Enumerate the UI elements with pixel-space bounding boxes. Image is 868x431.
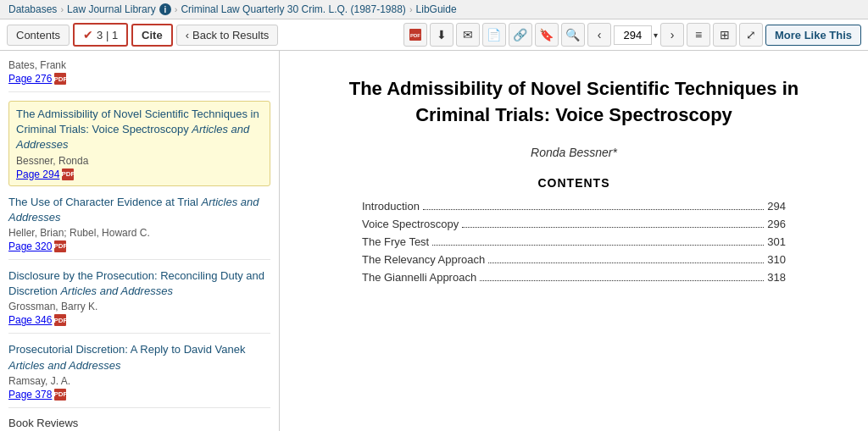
pdf-icon-bessner[interactable]: PDF: [62, 169, 74, 180]
pdf-icon-heller[interactable]: PDF: [54, 240, 66, 252]
toc-link-grossman[interactable]: Disclosure by the Prosecution: Reconcili…: [8, 269, 264, 297]
doc-toc-dots: [462, 227, 764, 228]
doc-toc-row: Voice Spectroscopy 296: [362, 218, 786, 230]
search-btn[interactable]: 🔍: [561, 23, 585, 47]
doc-toc-label: The Frye Test: [362, 235, 429, 248]
toc-item-bessner: The Admissibility of Novel Scientific Te…: [8, 101, 270, 186]
toc-item-book-reviews: Book Reviews Page 384 PDF: [8, 417, 270, 431]
bookmark-btn[interactable]: 🔖: [535, 23, 559, 47]
law-journal-info-icon[interactable]: i: [159, 3, 171, 15]
breadcrumb-sep-2: ›: [175, 4, 178, 14]
doc-toc-row: The Giannelli Approach 318: [362, 271, 786, 284]
prev-page-icon: ‹: [598, 28, 602, 41]
toc-subtitle-grossman: Articles and Addresses: [60, 285, 172, 297]
prev-page-btn[interactable]: ‹: [587, 23, 611, 47]
toc-page-link-heller[interactable]: Page 320: [8, 240, 52, 252]
breadcrumb-sep-1: ›: [60, 4, 64, 14]
toc-author-ramsay: Ramsay, J. A.: [8, 375, 270, 387]
link-btn[interactable]: 🔗: [509, 23, 532, 47]
cite-button[interactable]: Cite: [131, 24, 173, 47]
back-to-results-button[interactable]: ‹ Back to Results: [176, 25, 279, 46]
page-dropdown-icon[interactable]: ▾: [654, 30, 658, 40]
toc-item-heller: The Use of Character Evidence at Trial A…: [8, 195, 270, 260]
checklist-badge: 3 | 1: [97, 29, 118, 41]
menu-lines-btn[interactable]: ≡: [687, 23, 710, 47]
doc-toc-page: 310: [767, 253, 786, 266]
left-toc-panel: Bates, Frank Page 276 PDF The Admissibil…: [0, 51, 280, 431]
doc-toc-label: The Giannelli Approach: [362, 271, 476, 284]
download-btn[interactable]: ⬇: [430, 23, 453, 47]
toc-author-heller: Heller, Brian; Rubel, Howard C.: [8, 227, 270, 239]
breadcrumb-databases[interactable]: Databases: [8, 3, 57, 15]
toc-title-ramsay: Prosecutorial Discretion: A Reply to Dav…: [8, 342, 270, 373]
back-label: Back to Results: [192, 29, 269, 41]
toc-link-heller[interactable]: The Use of Character Evidence at Trial A…: [8, 196, 259, 224]
toc-title-grossman: Disclosure by the Prosecution: Reconcili…: [8, 268, 270, 299]
more-like-this-button[interactable]: More Like This: [765, 25, 861, 46]
toc-link-ramsay[interactable]: Prosecutorial Discretion: A Reply to Dav…: [8, 343, 245, 371]
document-toc-table: Introduction 294 Voice Spectroscopy 296 …: [362, 200, 786, 284]
expand-btn[interactable]: ⤢: [739, 23, 763, 47]
toc-title-heller: The Use of Character Evidence at Trial A…: [8, 195, 270, 225]
toc-subtitle-heller: Articles and Addresses: [8, 196, 259, 224]
toc-page-link-bates[interactable]: Page 276: [8, 73, 52, 85]
pdf-download-icon-btn[interactable]: PDF: [403, 23, 427, 47]
breadcrumb-law-journal[interactable]: Law Journal Library: [67, 3, 156, 15]
toc-author-bessner: Bessner, Ronda: [16, 155, 263, 167]
toc-item-grossman: Disclosure by the Prosecution: Reconcili…: [8, 268, 270, 334]
right-toolbar: PDF ⬇ ✉ 📄 🔗 🔖 🔍 ‹ ▾ ›: [403, 23, 861, 47]
pdf-icon-grossman[interactable]: PDF: [54, 314, 66, 326]
back-arrow-icon: ‹: [186, 29, 189, 41]
email-btn[interactable]: ✉: [456, 23, 480, 47]
document-btn[interactable]: 📄: [482, 23, 506, 47]
doc-toc-dots: [432, 245, 764, 246]
breadcrumb-sep-3: ›: [409, 4, 413, 14]
main-toolbar: Contents ✔ 3 | 1 Cite ‹ Back to Results …: [0, 19, 868, 51]
doc-toc-page: 296: [767, 218, 786, 230]
doc-toc-row: Introduction 294: [362, 200, 786, 213]
document-icon: 📄: [487, 28, 501, 41]
toc-author-bates: Bates, Frank: [8, 59, 270, 71]
document-author: Ronda Bessner*: [331, 146, 817, 159]
toc-page-grossman: Page 346 PDF: [8, 314, 270, 326]
doc-toc-label: Voice Spectroscopy: [362, 218, 459, 230]
search-icon: 🔍: [565, 28, 580, 41]
document-contents-heading: CONTENTS: [331, 176, 817, 190]
contents-button[interactable]: Contents: [7, 25, 70, 46]
pdf-icon-ramsay[interactable]: PDF: [54, 389, 66, 401]
document-panel: The Admissibility of Novel Scientific Te…: [280, 51, 868, 431]
pdf-icon: PDF: [409, 28, 422, 41]
toc-page-link-ramsay[interactable]: Page 378: [8, 389, 52, 401]
grid-btn[interactable]: ⊞: [713, 23, 737, 47]
doc-toc-page: 294: [767, 200, 786, 213]
email-icon: ✉: [463, 28, 473, 41]
bookmark-icon: 🔖: [539, 28, 554, 41]
toc-page-ramsay: Page 378 PDF: [8, 389, 270, 401]
doc-toc-dots: [423, 209, 764, 210]
main-layout: Bates, Frank Page 276 PDF The Admissibil…: [0, 51, 868, 431]
next-page-icon: ›: [670, 28, 675, 41]
toc-title-bessner: The Admissibility of Novel Scientific Te…: [16, 107, 263, 153]
breadcrumb-clq[interactable]: Criminal Law Quarterly 30 Crim. L.Q. (19…: [181, 3, 405, 15]
toc-subtitle-bessner: Articles and Addresses: [16, 123, 249, 151]
page-select-wrapper: ▾: [614, 25, 658, 45]
toc-page-link-grossman[interactable]: Page 346: [8, 314, 52, 326]
menu-lines-icon: ≡: [695, 28, 702, 41]
doc-toc-label: The Relevancy Approach: [362, 253, 485, 266]
grid-icon: ⊞: [720, 28, 730, 41]
doc-toc-page: 301: [767, 235, 786, 248]
pdf-icon-bates[interactable]: PDF: [54, 73, 66, 85]
svg-text:PDF: PDF: [410, 33, 420, 38]
breadcrumb-libguide[interactable]: LibGuide: [416, 3, 457, 15]
toc-subtitle-ramsay: Articles and Addresses: [8, 359, 120, 372]
doc-toc-row: The Frye Test 301: [362, 235, 786, 248]
doc-toc-label: Introduction: [362, 200, 420, 213]
next-page-btn[interactable]: ›: [660, 23, 684, 47]
toc-link-bessner[interactable]: The Admissibility of Novel Scientific Te…: [16, 108, 259, 151]
checklist-icon: ✔: [83, 28, 93, 41]
document-title: The Admissibility of Novel Scientific Te…: [331, 76, 817, 129]
toc-page-link-bessner[interactable]: Page 294: [16, 169, 59, 180]
doc-toc-dots: [480, 280, 764, 281]
page-input[interactable]: [614, 25, 652, 45]
checklist-button[interactable]: ✔ 3 | 1: [73, 23, 128, 47]
